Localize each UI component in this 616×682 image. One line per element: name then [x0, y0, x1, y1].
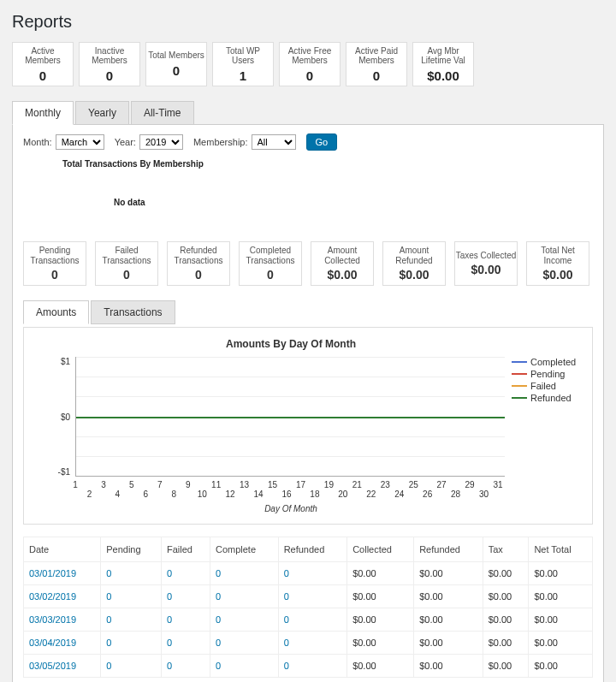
complete-link[interactable]: 0	[216, 591, 221, 602]
date-link[interactable]: 03/02/2019	[29, 591, 76, 602]
complete-link[interactable]: 0	[216, 661, 221, 671]
refunded-link[interactable]: 0	[284, 568, 289, 578]
failed-link[interactable]: 0	[167, 614, 172, 625]
x-axis: 1234567891011121314151617181920212223242…	[75, 480, 498, 502]
pending-link[interactable]: 0	[106, 638, 111, 648]
table-cell: 0	[101, 632, 162, 655]
legend-item: Pending	[512, 369, 582, 379]
legend-item: Completed	[512, 357, 582, 367]
month-select[interactable]: March	[56, 134, 104, 150]
table-cell: 0	[162, 632, 210, 655]
table-cell: 03/01/2019	[24, 562, 101, 585]
table-cell: 0	[278, 562, 347, 585]
col-header[interactable]: Tax	[483, 537, 529, 562]
stat-label: Total WP Users	[215, 46, 271, 66]
table-cell: $0.00	[529, 632, 593, 655]
table-cell: $0.00	[347, 562, 414, 585]
table-row: 03/02/20190000$0.00$0.00$0.00$0.00	[24, 585, 593, 608]
table-cell: $0.00	[483, 632, 529, 655]
table-cell: $0.00	[414, 632, 483, 655]
filter-row: Month: March Year: 2019 Membership: All …	[23, 133, 593, 151]
col-header[interactable]: Refunded	[278, 537, 347, 562]
col-header[interactable]: Failed	[162, 537, 210, 562]
membership-label: Membership:	[193, 137, 248, 147]
tab-transactions[interactable]: Transactions	[91, 300, 175, 324]
col-header[interactable]: Net Total	[529, 537, 593, 562]
stat-value: 0	[267, 268, 274, 282]
txn-stat-card: Taxes Collected$0.00	[454, 241, 518, 286]
top-stats-row: Active Members0Inactive Members0Total Me…	[12, 42, 604, 86]
table-cell: 0	[210, 585, 278, 608]
refunded-link[interactable]: 0	[284, 661, 289, 671]
col-header[interactable]: Refunded	[414, 537, 483, 562]
table-cell: $0.00	[529, 562, 593, 585]
chart-legend: CompletedPendingFailedRefunded	[505, 357, 582, 477]
stat-label: Active Paid Members	[348, 46, 405, 66]
stat-value: 0	[306, 68, 313, 83]
table-cell: 0	[101, 608, 162, 632]
table-cell: $0.00	[347, 632, 414, 655]
stat-label: Inactive Members	[81, 46, 138, 66]
table-cell: $0.00	[347, 585, 414, 608]
date-link[interactable]: 03/03/2019	[29, 614, 76, 625]
membership-chart-title: Total Transactions By Membership	[62, 159, 593, 169]
pending-link[interactable]: 0	[106, 614, 111, 625]
report-panel: Month: March Year: 2019 Membership: All …	[12, 124, 604, 682]
table-cell: 0	[162, 585, 210, 608]
txn-stat-card: Failed Transactions0	[95, 241, 158, 286]
complete-link[interactable]: 0	[216, 614, 221, 625]
table-cell: $0.00	[529, 585, 593, 608]
top-stat-card: Total Members0	[145, 42, 207, 86]
refunded-link[interactable]: 0	[284, 638, 289, 648]
table-cell: 03/05/2019	[24, 655, 101, 678]
col-header[interactable]: Collected	[347, 537, 414, 562]
failed-link[interactable]: 0	[167, 661, 172, 671]
go-button[interactable]: Go	[306, 133, 338, 151]
col-header[interactable]: Complete	[210, 537, 278, 562]
page-title: Reports	[12, 12, 604, 32]
tab-amounts[interactable]: Amounts	[23, 300, 89, 324]
tab-yearly[interactable]: Yearly	[75, 101, 129, 125]
table-row: 03/03/20190000$0.00$0.00$0.00$0.00	[24, 608, 593, 632]
complete-link[interactable]: 0	[216, 638, 221, 648]
stat-value: 1	[240, 68, 246, 83]
pending-link[interactable]: 0	[106, 568, 111, 578]
table-cell: 03/03/2019	[24, 608, 101, 632]
pending-link[interactable]: 0	[106, 591, 111, 602]
transaction-stats-row: Pending Transactions0Failed Transactions…	[23, 241, 593, 286]
refunded-link[interactable]: 0	[284, 614, 289, 625]
col-header[interactable]: Pending	[101, 537, 162, 562]
table-cell: 0	[210, 632, 278, 655]
txn-stat-card: Total Net Income$0.00	[526, 241, 589, 286]
date-link[interactable]: 03/05/2019	[29, 661, 76, 671]
tab-alltime[interactable]: All-Time	[131, 101, 194, 125]
date-link[interactable]: 03/04/2019	[29, 638, 76, 648]
stat-label: Total Net Income	[527, 246, 589, 265]
table-cell: $0.00	[414, 655, 483, 678]
failed-link[interactable]: 0	[167, 568, 172, 578]
date-link[interactable]: 03/01/2019	[29, 568, 76, 578]
refunded-link[interactable]: 0	[284, 591, 289, 602]
stat-value: 0	[123, 268, 130, 282]
tab-monthly[interactable]: Monthly	[12, 101, 74, 125]
failed-link[interactable]: 0	[167, 591, 172, 602]
pending-link[interactable]: 0	[106, 661, 111, 671]
amounts-panel: Amounts By Day Of Month $1 $0 -$1 Comple…	[23, 327, 593, 525]
table-cell: $0.00	[483, 608, 529, 632]
table-row: 03/05/20190000$0.00$0.00$0.00$0.00	[24, 655, 593, 678]
no-data-message: No data	[114, 198, 593, 207]
failed-link[interactable]: 0	[167, 638, 172, 648]
chart-plot	[75, 357, 505, 477]
top-stat-card: Inactive Members0	[79, 42, 140, 86]
col-header[interactable]: Date	[24, 537, 101, 562]
legend-item: Refunded	[512, 393, 582, 403]
year-label: Year:	[115, 137, 136, 147]
membership-select[interactable]: All	[252, 134, 296, 150]
table-cell: 0	[101, 585, 162, 608]
year-select[interactable]: 2019	[139, 134, 183, 150]
complete-link[interactable]: 0	[216, 568, 221, 578]
table-cell: 0	[101, 655, 162, 678]
table-cell: $0.00	[414, 608, 483, 632]
stat-value: $0.00	[399, 268, 429, 282]
period-tabs: MonthlyYearlyAll-Time	[12, 100, 604, 124]
